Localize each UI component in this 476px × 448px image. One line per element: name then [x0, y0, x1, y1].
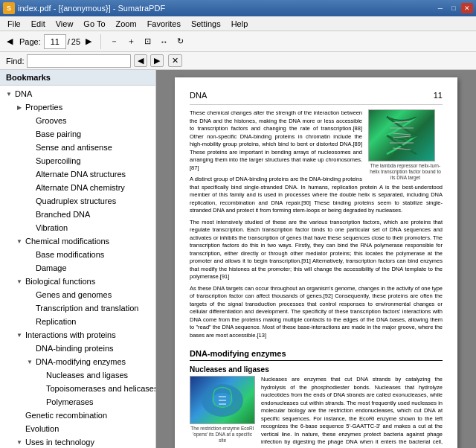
sidebar-item-alternate-structures[interactable]: Alternate DNA structures [0, 167, 155, 181]
rotate-button[interactable]: ↻ [173, 33, 187, 50]
tree-label-chemical-mods: Chemical modifications [25, 237, 155, 246]
document-area[interactable]: DNA 11 [156, 70, 476, 448]
sidebar-item-sense-antisense[interactable]: Sense and antisense [0, 141, 155, 154]
sidebar-item-damage[interactable]: Damage [0, 261, 155, 275]
app-icon: S [3, 2, 15, 14]
tree-label-vibration: Vibration [36, 223, 155, 232]
main-area: Bookmarks ▼DNA▶PropertiesGroovesBase pai… [0, 70, 476, 448]
tree-toggle-replication [24, 316, 36, 327]
close-button[interactable]: ✕ [461, 3, 473, 13]
sidebar-item-base-pairing[interactable]: Base pairing [0, 127, 155, 141]
sidebar-item-biological-functions[interactable]: ▼Biological functions [0, 275, 155, 288]
sidebar-item-chemical-mods[interactable]: ▼Chemical modifications [0, 234, 155, 248]
sidebar-item-nucleases-ligases[interactable]: Nucleases and ligases [0, 368, 155, 382]
sidebar-item-replication[interactable]: Replication [0, 315, 155, 328]
page-header-title: DNA [190, 91, 207, 100]
subsection-nucleases-title: Nucleases and ligases [190, 365, 443, 374]
window-title: index.pdf - [{anonymous}] - SumatraPDF [18, 4, 165, 13]
sidebar-item-grooves[interactable]: Grooves [0, 114, 155, 127]
menu-goto[interactable]: Go To [79, 18, 109, 30]
sidebar-item-evolution[interactable]: Evolution [0, 422, 155, 435]
find-prev-button[interactable]: ◀ [134, 54, 147, 67]
tree-label-dna: DNA [15, 89, 155, 98]
tree-label-genetic-recombination: Genetic recombination [25, 411, 155, 420]
menubar: File Edit View Go To Zoom Favorites Sett… [0, 16, 476, 31]
tree-toggle-dna-modifying: ▼ [24, 356, 36, 368]
titlebar: S index.pdf - [{anonymous}] - SumatraPDF… [0, 0, 476, 16]
tree-toggle-damage [24, 262, 36, 274]
menu-file[interactable]: File [3, 18, 25, 30]
tree-label-transcription: Transcription and translation [36, 304, 155, 313]
sidebar-item-polymerases[interactable]: Polymerases [0, 395, 155, 409]
sidebar-item-quadruplex[interactable]: Quadruplex structures [0, 194, 155, 208]
sidebar-item-properties[interactable]: ▶Properties [0, 100, 155, 114]
toolbar: ◀ Page: / 25 ▶ － ＋ ⊡ ↔ ↻ [0, 31, 476, 52]
sidebar-content[interactable]: ▼DNA▶PropertiesGroovesBase pairingSense … [0, 86, 155, 448]
tree-label-dna-modifying: DNA-modifying enzymes [36, 357, 155, 366]
fit-page-button[interactable]: ⊡ [141, 33, 155, 50]
sidebar-item-alternate-chemistry[interactable]: Alternate DNA chemistry [0, 181, 155, 194]
tree-label-quadruplex: Quadruplex structures [36, 196, 155, 205]
tree-toggle-nucleases-ligases [34, 369, 46, 381]
menu-zoom[interactable]: Zoom [112, 18, 141, 30]
svg-line-3 [393, 136, 411, 138]
sidebar-item-base-modifications[interactable]: Base modifications [0, 248, 155, 261]
next-page-button[interactable]: ▶ [82, 33, 95, 50]
tree-toggle-uses-technology: ▼ [13, 436, 25, 448]
tree-label-nucleases-ligases: Nucleases and ligases [46, 371, 155, 380]
menu-help[interactable]: Help [227, 18, 253, 30]
zoom-in-button[interactable]: ＋ [123, 33, 139, 50]
find-next-button[interactable]: ▶ [150, 54, 164, 67]
tree-toggle-chemical-mods: ▼ [13, 235, 25, 247]
sidebar-item-genes-genomes[interactable]: Genes and genomes [0, 288, 155, 301]
tree-label-replication: Replication [36, 317, 155, 326]
tree-toggle-base-modifications [24, 249, 36, 260]
fit-width-button[interactable]: ↔ [156, 33, 172, 50]
sidebar-item-vibration[interactable]: Vibration [0, 221, 155, 234]
tree-toggle-branched-dna [24, 208, 36, 220]
tree-toggle-transcription [24, 302, 36, 314]
sidebar-item-dna-modifying[interactable]: ▼DNA-modifying enzymes [0, 355, 155, 368]
find-input[interactable] [27, 54, 131, 68]
ecori-image: The restriction enzyme EcoRI 'opens' its… [190, 376, 255, 443]
dna-image-right: The lambda repressor helix-turn-helix tr… [368, 109, 443, 180]
section-title: DNA-modifying enzymes [190, 349, 443, 358]
page-number-input[interactable] [44, 34, 66, 49]
menu-edit[interactable]: Edit [27, 18, 50, 30]
minimize-button[interactable]: ─ [434, 3, 446, 13]
prev-page-button[interactable]: ◀ [3, 33, 16, 50]
window-controls: ─ □ ✕ [434, 3, 473, 13]
tree-toggle-genetic-recombination [13, 409, 25, 421]
sidebar-item-supercoiling[interactable]: Supercoiling [0, 154, 155, 167]
tree-label-supercoiling: Supercoiling [36, 156, 155, 165]
menu-view[interactable]: View [51, 18, 78, 30]
sidebar-item-genetic-recombination[interactable]: Genetic recombination [0, 409, 155, 422]
sidebar-item-interactions-proteins[interactable]: ▼Interactions with proteins [0, 328, 155, 342]
sidebar-item-dna-binding[interactable]: DNA-binding proteins [0, 342, 155, 355]
zoom-out-button[interactable]: － [106, 33, 122, 50]
tree-label-sense-antisense: Sense and antisense [36, 143, 155, 152]
find-close-button[interactable]: ✕ [168, 54, 182, 67]
menu-settings[interactable]: Settings [187, 18, 225, 30]
page-header-num: 11 [434, 91, 443, 100]
sidebar-item-dna[interactable]: ▼DNA [0, 87, 155, 100]
tree-label-grooves: Grooves [36, 116, 155, 125]
tree-toggle-biological-functions: ▼ [13, 275, 25, 287]
sidebar-item-branched-dna[interactable]: Branched DNA [0, 208, 155, 221]
sidebar-item-topoisomerases[interactable]: Topoisomerases and helicases [0, 382, 155, 395]
page-separator: / [68, 37, 70, 46]
sidebar-item-uses-technology[interactable]: ▼Uses in technology [0, 435, 155, 448]
menu-favorites[interactable]: Favorites [143, 18, 185, 30]
paragraph-2: A distinct group of DNA-binding proteins… [190, 176, 443, 215]
toolbar-separator [100, 34, 101, 49]
sidebar-item-transcription[interactable]: Transcription and translation [0, 301, 155, 315]
image-caption-right: The lambda repressor helix-turn-helix tr… [368, 163, 443, 180]
tree-toggle-base-pairing [24, 128, 36, 140]
tree-toggle-quadruplex [24, 195, 36, 207]
tree-label-evolution: Evolution [25, 424, 155, 433]
maximize-button[interactable]: □ [448, 3, 460, 13]
page-container: DNA 11 [175, 77, 457, 448]
tree-label-base-modifications: Base modifications [36, 250, 155, 259]
tree-toggle-alternate-chemistry [24, 182, 36, 193]
tree-label-biological-functions: Biological functions [25, 277, 155, 286]
